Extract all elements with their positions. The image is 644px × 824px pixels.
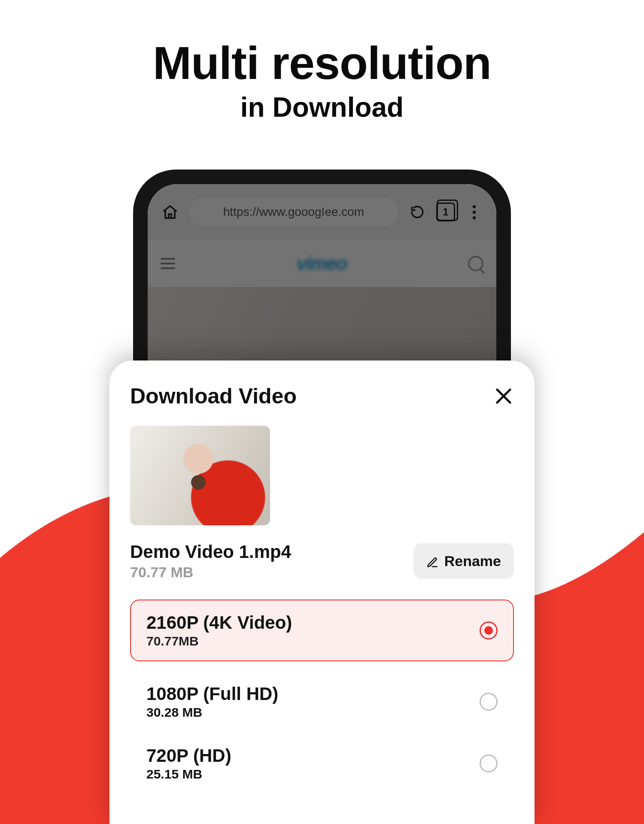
pencil-icon xyxy=(426,555,438,567)
resolution-size: 30.28 MB xyxy=(146,705,278,720)
resolution-label: 2160P (4K Video) xyxy=(146,612,292,633)
resolution-size: 70.77MB xyxy=(146,634,292,648)
file-info: Demo Video 1.mp4 70.77 MB xyxy=(130,542,291,581)
download-bottom-sheet: Download Video Demo Video 1.mp4 70.77 MB… xyxy=(109,360,535,824)
radio-icon xyxy=(480,621,498,639)
radio-icon xyxy=(480,693,498,711)
rename-button[interactable]: Rename xyxy=(413,543,514,579)
rename-label: Rename xyxy=(444,553,501,570)
marketing-title: Multi resolution xyxy=(0,39,644,87)
resolution-options: 2160P (4K Video) 70.77MB 1080P (Full HD)… xyxy=(130,600,514,785)
file-size: 70.77 MB xyxy=(130,564,291,581)
file-name: Demo Video 1.mp4 xyxy=(130,542,291,562)
resolution-label: 1080P (Full HD) xyxy=(146,684,278,704)
marketing-header: Multi resolution in Download xyxy=(0,0,644,123)
marketing-subtitle: in Download xyxy=(0,91,644,123)
resolution-option-720p[interactable]: 720P (HD) 25.15 MB xyxy=(130,742,514,785)
resolution-option-2160p[interactable]: 2160P (4K Video) 70.77MB xyxy=(130,600,514,661)
resolution-size: 25.15 MB xyxy=(146,767,231,782)
sheet-title: Download Video xyxy=(130,384,297,409)
resolution-option-1080p[interactable]: 1080P (Full HD) 30.28 MB xyxy=(130,680,514,723)
radio-icon xyxy=(480,754,498,772)
resolution-label: 720P (HD) xyxy=(146,745,231,766)
close-icon[interactable] xyxy=(493,386,514,406)
video-thumbnail xyxy=(130,426,270,525)
